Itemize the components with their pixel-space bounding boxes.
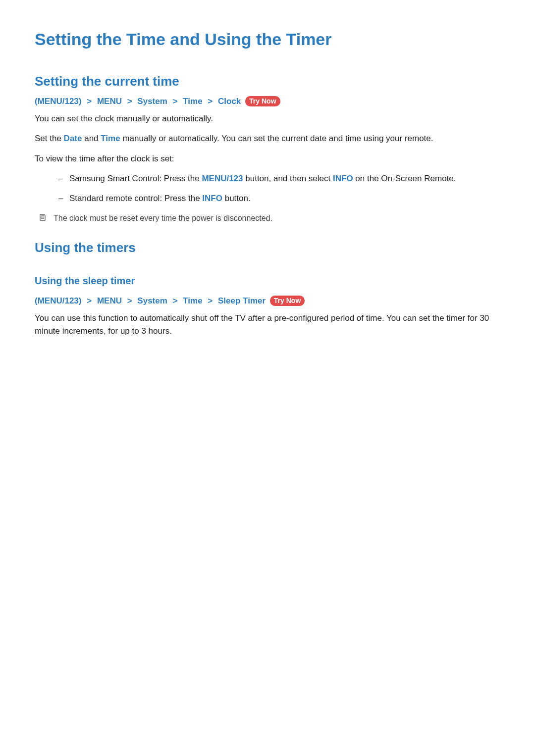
paragraph: You can use this function to automatical…: [35, 312, 500, 338]
breadcrumb-paren-close: ): [79, 97, 82, 106]
try-now-badge[interactable]: Try Now: [270, 296, 305, 306]
breadcrumb-item-time: Time: [183, 296, 202, 305]
paragraph: Set the Date and Time manually or automa…: [35, 132, 500, 145]
breadcrumb-item-menu: MENU: [97, 97, 122, 106]
keyword-info: INFO: [202, 194, 222, 203]
paragraph: You can set the clock manually or automa…: [35, 112, 500, 125]
keyword-menu123: MENU/123: [202, 174, 243, 183]
note: The clock must be reset every time the p…: [35, 212, 500, 224]
breadcrumb-item-time: Time: [183, 97, 202, 106]
list-item: Standard remote control: Press the INFO …: [58, 192, 500, 205]
breadcrumb-item-sleep-timer: Sleep Timer: [218, 296, 266, 305]
subsection-heading-sleep-timer: Using the sleep timer: [35, 275, 500, 287]
list-item: Samsung Smart Control: Press the MENU/12…: [58, 172, 500, 185]
breadcrumb-item-clock: Clock: [218, 97, 241, 106]
page-title: Setting the Time and Using the Timer: [35, 30, 500, 49]
breadcrumb-item-system: System: [137, 97, 167, 106]
chevron-right-icon: >: [173, 97, 178, 106]
chevron-right-icon: >: [173, 296, 178, 306]
breadcrumb-item-system: System: [137, 296, 167, 305]
section-heading-timers: Using the timers: [35, 240, 500, 255]
chevron-right-icon: >: [208, 296, 213, 306]
try-now-badge[interactable]: Try Now: [245, 96, 280, 106]
note-text: The clock must be reset every time the p…: [54, 214, 272, 222]
instruction-list: Samsung Smart Control: Press the MENU/12…: [35, 172, 500, 205]
breadcrumb-root: MENU/123: [38, 296, 79, 305]
breadcrumb-item-menu: MENU: [97, 296, 122, 305]
section-heading-current-time: Setting the current time: [35, 74, 500, 89]
chevron-right-icon: >: [127, 97, 132, 106]
breadcrumb-sleep-timer: (MENU/123) > MENU > System > Time > Slee…: [35, 296, 500, 306]
chevron-right-icon: >: [127, 296, 132, 306]
breadcrumb-clock: (MENU/123) > MENU > System > Time > Cloc…: [35, 96, 500, 106]
breadcrumb-paren-close: ): [79, 296, 82, 305]
chevron-right-icon: >: [87, 296, 92, 306]
document-page: Setting the Time and Using the Timer Set…: [0, 0, 535, 374]
chevron-right-icon: >: [208, 97, 213, 106]
keyword-time: Time: [101, 134, 120, 143]
paragraph: To view the time after the clock is set:: [35, 152, 500, 165]
keyword-date: Date: [64, 134, 82, 143]
chevron-right-icon: >: [87, 97, 92, 106]
note-icon: [39, 213, 47, 221]
breadcrumb-root: MENU/123: [38, 97, 79, 106]
keyword-info: INFO: [333, 174, 353, 183]
